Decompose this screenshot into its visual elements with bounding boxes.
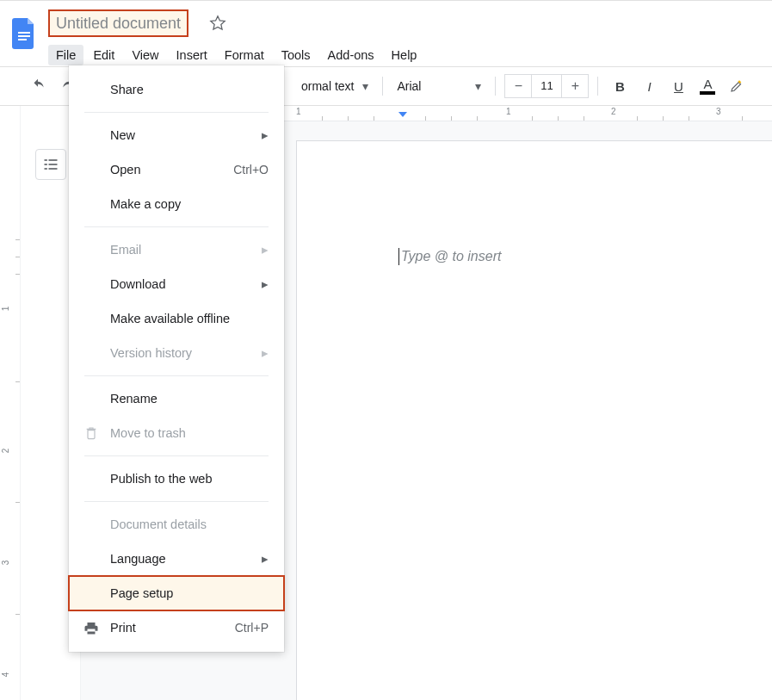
- menuitem-move-trash[interactable]: Move to trash: [69, 416, 284, 450]
- submenu-arrow-icon: ▸: [262, 128, 269, 142]
- menu-separator: [84, 455, 269, 456]
- menu-addons[interactable]: Add-ons: [320, 45, 382, 65]
- menu-file[interactable]: File: [48, 45, 83, 65]
- menu-separator: [84, 501, 269, 502]
- menuitem-language[interactable]: Language▸: [69, 542, 284, 576]
- indent-marker-icon[interactable]: [398, 111, 408, 121]
- svg-rect-3: [44, 159, 46, 161]
- menuitem-document-details[interactable]: Document details: [69, 507, 284, 542]
- menuitem-offline[interactable]: Make available offline: [69, 301, 284, 336]
- menu-separator: [84, 226, 269, 227]
- trash-icon: [83, 424, 100, 442]
- menu-edit[interactable]: Edit: [85, 45, 122, 65]
- svg-rect-8: [48, 168, 57, 170]
- menu-tools[interactable]: Tools: [274, 45, 318, 65]
- menu-separator: [84, 375, 269, 376]
- submenu-arrow-icon: ▸: [262, 552, 269, 566]
- highlighter-icon: [729, 78, 744, 94]
- menu-format[interactable]: Format: [217, 45, 272, 65]
- menu-separator: [84, 112, 269, 113]
- svg-rect-1: [18, 35, 30, 37]
- menuitem-publish[interactable]: Publish to the web: [69, 462, 284, 496]
- shortcut-label: Ctrl+O: [233, 163, 269, 177]
- star-button[interactable]: [206, 11, 230, 35]
- menuitem-rename[interactable]: Rename: [69, 381, 284, 416]
- font-size-stepper: − 11 +: [504, 74, 589, 98]
- undo-button[interactable]: [24, 73, 52, 99]
- separator: [495, 77, 496, 96]
- menuitem-version-history[interactable]: Version history▸: [69, 336, 284, 370]
- menuitem-page-setup[interactable]: Page setup: [69, 576, 284, 610]
- hruler-number: 3: [716, 107, 721, 116]
- menuitem-print[interactable]: Print Ctrl+P: [69, 610, 284, 645]
- chevron-down-icon: ▾: [475, 79, 481, 93]
- menu-insert[interactable]: Insert: [169, 45, 215, 65]
- svg-rect-6: [48, 164, 57, 165]
- menuitem-email[interactable]: Email▸: [69, 232, 284, 267]
- font-family-label: Arial: [397, 79, 421, 93]
- hruler-number: 1: [296, 107, 301, 116]
- svg-rect-0: [18, 32, 30, 34]
- star-icon: [209, 15, 226, 32]
- file-menu-dropdown: Share New▸ OpenCtrl+O Make a copy Email▸…: [69, 65, 284, 652]
- bold-button[interactable]: B: [607, 73, 633, 99]
- svg-rect-4: [48, 159, 57, 161]
- hruler-number: 2: [611, 107, 616, 116]
- highlight-color-button[interactable]: [724, 73, 750, 99]
- menuitem-open[interactable]: OpenCtrl+O: [69, 152, 284, 187]
- font-size-decrease[interactable]: −: [505, 75, 531, 97]
- docs-logo[interactable]: [7, 16, 41, 51]
- outline-toggle-button[interactable]: [35, 149, 66, 180]
- separator: [382, 77, 383, 96]
- menubar: File Edit View Insert Format Tools Add-o…: [48, 42, 765, 68]
- font-size-value[interactable]: 11: [531, 75, 562, 97]
- document-title[interactable]: Untitled document: [48, 9, 188, 37]
- vruler-number: 2: [1, 449, 10, 454]
- paragraph-style-label: ormal text: [301, 79, 354, 93]
- submenu-arrow-icon: ▸: [262, 346, 269, 360]
- paragraph-style-select[interactable]: ormal text ▾: [296, 73, 374, 99]
- vruler-number: 4: [1, 672, 10, 678]
- text-color-button[interactable]: A: [695, 73, 720, 99]
- underline-button[interactable]: U: [665, 73, 691, 99]
- editor-placeholder: Type @ to insert: [401, 249, 501, 264]
- svg-rect-5: [44, 164, 46, 165]
- submenu-arrow-icon: ▸: [262, 277, 269, 291]
- vruler-number: 3: [1, 561, 10, 566]
- menuitem-share[interactable]: Share: [69, 72, 284, 107]
- print-icon: [83, 619, 100, 636]
- chevron-down-icon: ▾: [362, 79, 368, 93]
- hruler-number: 1: [506, 107, 511, 116]
- svg-rect-7: [44, 168, 46, 170]
- shortcut-label: Ctrl+P: [235, 621, 269, 635]
- document-page[interactable]: [296, 140, 772, 700]
- separator: [597, 77, 598, 96]
- menu-help[interactable]: Help: [384, 45, 425, 65]
- menu-view[interactable]: View: [124, 45, 166, 65]
- svg-rect-2: [18, 39, 27, 40]
- menuitem-new[interactable]: New▸: [69, 118, 284, 152]
- undo-icon: [30, 78, 46, 94]
- text-cursor: [398, 248, 399, 265]
- italic-button[interactable]: I: [636, 73, 662, 99]
- font-size-increase[interactable]: +: [562, 75, 588, 97]
- submenu-arrow-icon: ▸: [262, 243, 269, 257]
- text-color-icon: A: [703, 78, 712, 90]
- font-family-select[interactable]: Arial ▾: [392, 73, 486, 99]
- outline-icon: [42, 156, 59, 173]
- menuitem-download[interactable]: Download▸: [69, 267, 284, 301]
- vruler-number: 1: [1, 307, 10, 312]
- menuitem-make-copy[interactable]: Make a copy: [69, 187, 284, 221]
